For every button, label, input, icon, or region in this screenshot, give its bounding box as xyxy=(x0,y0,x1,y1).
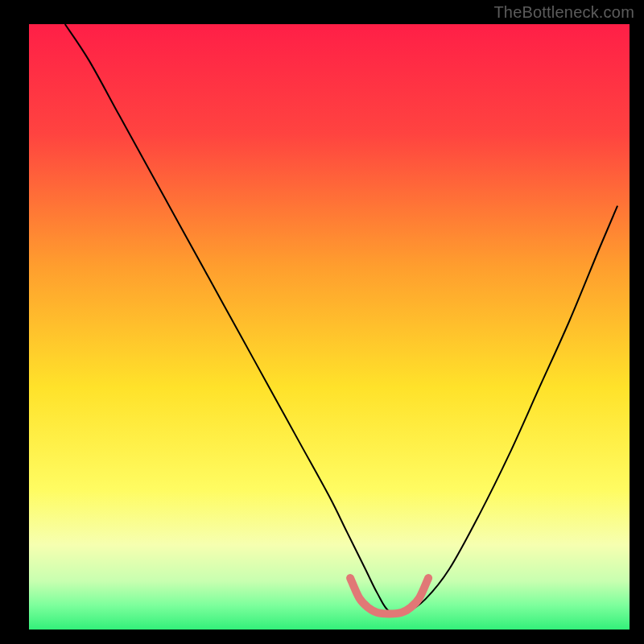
watermark-text: TheBottleneck.com xyxy=(493,3,634,22)
chart-frame: TheBottleneck.com xyxy=(0,0,644,644)
bottleneck-chart xyxy=(0,0,644,644)
